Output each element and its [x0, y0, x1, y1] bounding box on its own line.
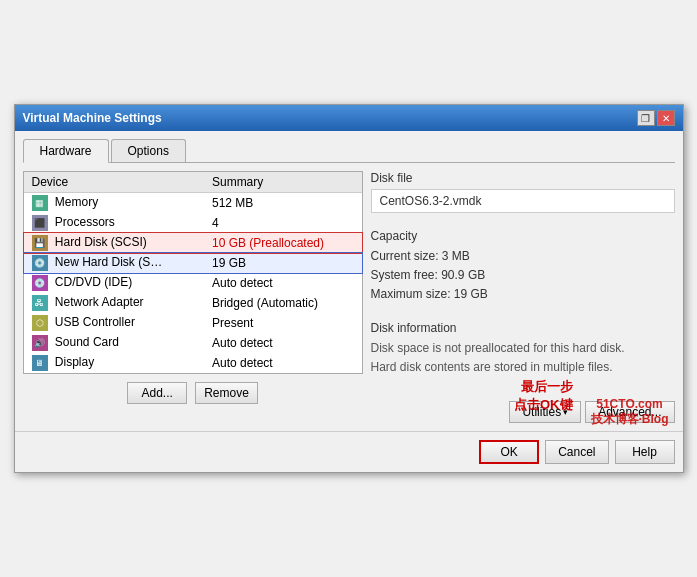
table-row-new-hard-disk[interactable]: 💿 New Hard Disk (S… 19 GB [24, 253, 362, 273]
close-button[interactable]: ✕ [657, 110, 675, 126]
cancel-button[interactable]: Cancel [545, 440, 608, 464]
tab-hardware[interactable]: Hardware [23, 139, 109, 163]
sound-card-icon: 🔊 [32, 335, 48, 351]
cpu-icon: ⬛ [32, 215, 48, 231]
capacity-section: Capacity Current size: 3 MB System free:… [371, 229, 675, 305]
table-row[interactable]: ⬡ USB Controller Present [24, 313, 362, 333]
table-row[interactable]: 🖧 Network Adapter Bridged (Automatic) [24, 293, 362, 313]
cd-dvd-icon: 💿 [32, 275, 48, 291]
table-row-hard-disk-scsi[interactable]: 💾 Hard Disk (SCSI) 10 GB (Preallocated) [24, 233, 362, 253]
disk-info-line1: Disk space is not preallocated for this … [371, 339, 675, 358]
hard-disk-scsi-icon: 💾 [32, 235, 48, 251]
left-panel-buttons: Add... Remove [23, 374, 363, 408]
window-body: Hardware Options Device Summary [15, 131, 683, 431]
table-row[interactable]: ▦ Memory 512 MB [24, 193, 362, 214]
title-bar: Virtual Machine Settings ❐ ✕ [15, 105, 683, 131]
add-button[interactable]: Add... [127, 382, 187, 404]
table-row[interactable]: 🖥 Display Auto detect [24, 353, 362, 373]
disk-file-label: Disk file [371, 171, 675, 185]
table-row[interactable]: 💿 CD/DVD (IDE) Auto detect [24, 273, 362, 293]
window-title: Virtual Machine Settings [23, 111, 162, 125]
usb-controller-icon: ⬡ [32, 315, 48, 331]
device-table: Device Summary ▦ Memory 512 MB [24, 172, 362, 373]
watermark: 51CTO.com技术博客·Blog [591, 397, 669, 428]
maximum-size-text: Maximum size: 19 GB [371, 285, 675, 304]
main-content: Device Summary ▦ Memory 512 MB [23, 171, 675, 423]
remove-button[interactable]: Remove [195, 382, 258, 404]
display-icon: 🖥 [32, 355, 48, 371]
ok-button[interactable]: OK [479, 440, 539, 464]
restore-button[interactable]: ❐ [637, 110, 655, 126]
table-row[interactable]: 🔊 Sound Card Auto detect [24, 333, 362, 353]
col-summary: Summary [204, 172, 362, 193]
help-button[interactable]: Help [615, 440, 675, 464]
network-adapter-icon: 🖧 [32, 295, 48, 311]
capacity-label: Capacity [371, 229, 675, 243]
tab-options[interactable]: Options [111, 139, 186, 162]
device-list-panel: Device Summary ▦ Memory 512 MB [23, 171, 363, 374]
system-free-text: System free: 90.9 GB [371, 266, 675, 285]
disk-info-line2: Hard disk contents are stored in multipl… [371, 358, 675, 377]
table-row[interactable]: ⬛ Processors 4 [24, 213, 362, 233]
annotation-text: 最后一步 点击OK键 [514, 378, 573, 414]
disk-info-section: Disk information Disk space is not preal… [371, 321, 675, 377]
tab-bar: Hardware Options [23, 139, 675, 163]
title-bar-controls: ❐ ✕ [637, 110, 675, 126]
bottom-area: 最后一步 点击OK键 51CTO.com技术博客·Blog OK Cancel … [15, 431, 683, 472]
disk-file-section: Disk file CentOS6.3-2.vmdk [371, 171, 675, 213]
memory-icon: ▦ [32, 195, 48, 211]
bottom-bar: OK Cancel Help [15, 431, 683, 472]
current-size-text: Current size: 3 MB [371, 247, 675, 266]
disk-file-value: CentOS6.3-2.vmdk [371, 189, 675, 213]
new-hard-disk-icon: 💿 [32, 255, 48, 271]
disk-info-label: Disk information [371, 321, 675, 335]
col-device: Device [24, 172, 204, 193]
virtual-machine-settings-window: Virtual Machine Settings ❐ ✕ Hardware Op… [14, 104, 684, 473]
